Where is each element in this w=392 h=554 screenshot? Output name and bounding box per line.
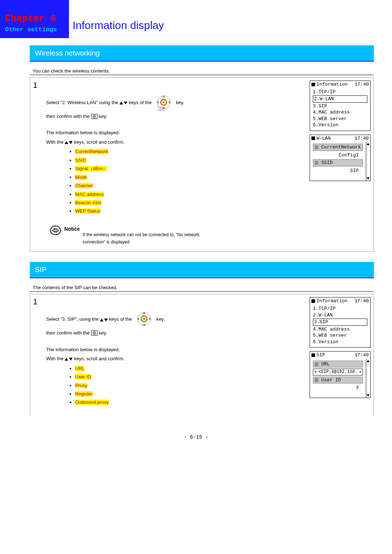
svg-marker-27: [149, 317, 151, 320]
sip-intro: The contents of the SIP can be checked.: [30, 285, 374, 292]
svg-marker-34: [367, 394, 369, 397]
lcd-row-value: SIP: [313, 168, 363, 174]
lcd-row-label: CurrentNetwork: [321, 144, 361, 151]
svg-marker-18: [367, 177, 369, 180]
scroll-down-icon: [366, 394, 370, 397]
svg-point-29: [93, 332, 96, 335]
wireless-intro: You can check the wireless contents.: [30, 68, 374, 75]
text: keys of the: [129, 100, 153, 105]
wireless-screens: Information17:40 1.TCP/IP 2.W-LAN 3.SIP …: [310, 78, 373, 251]
confirm-key-icon: [91, 114, 98, 119]
notice-icon: [50, 225, 61, 236]
lcd-time: 17:40: [355, 352, 369, 358]
svg-marker-26: [137, 317, 139, 320]
list-item: URL: [75, 366, 85, 371]
lcd-title: Information: [317, 82, 348, 87]
text: key.: [99, 330, 107, 336]
chapter-subtitle: Other settings: [5, 26, 64, 33]
joystick-icon: [135, 312, 154, 328]
svg-marker-14: [65, 141, 68, 144]
scroll-down-icon: [366, 177, 370, 180]
text: key.: [99, 114, 107, 119]
list-item: Outbound proxy: [75, 399, 109, 405]
sip-step: 1 Select "3. SIP", using the keys of the…: [30, 294, 374, 416]
wireless-step-body: Select "2. Wireless LAN" using the keys …: [42, 78, 310, 251]
list-item: Channel: [75, 183, 93, 188]
text: The information below is displayed.: [46, 346, 306, 353]
lcd-line: 4.MAC address: [313, 109, 367, 116]
lcd-time: 17:40: [355, 81, 369, 88]
svg-marker-25: [143, 324, 146, 326]
text: keys, scroll and confirm.: [74, 356, 124, 361]
lcd-title: SIP: [317, 352, 325, 358]
joystick-icon: [154, 95, 173, 111]
wireless-fields-list: CurrentNetwork SSID Signal（dBm） Mode Cha…: [46, 147, 306, 216]
text: With the: [46, 139, 65, 145]
lcd-row-value: 3: [313, 385, 363, 391]
lcd-title: Information: [317, 298, 348, 304]
list-item: SSID: [75, 157, 86, 163]
lcd-line: 5.WEB server: [313, 332, 367, 339]
lcd-time: 17:40: [355, 298, 369, 304]
svg-point-13: [94, 116, 95, 117]
svg-marker-5: [162, 95, 165, 97]
lcd-information: Information17:40 1.TCP/IP 2.W-LAN 3.SIP …: [310, 81, 371, 131]
text: Select "2. Wireless LAN" using the: [46, 100, 119, 105]
text: The information below is displayed.: [46, 129, 306, 136]
list-item: Register: [75, 391, 93, 397]
lcd-time: 17:40: [355, 135, 369, 142]
up-down-arrow-icon: [119, 101, 127, 105]
chapter-sidebar: Chapter 6 Other settings: [0, 0, 69, 38]
text: key,: [176, 100, 184, 105]
lcd-sip: SIP17:40 URL ◂ <SIP:4@192.168. ▸ User ID…: [310, 351, 371, 398]
lcd-row-label: URL: [321, 361, 330, 368]
lcd-line-selected: 2.W-LAN: [313, 95, 367, 103]
list-item: Signal（dBm）: [75, 166, 107, 171]
up-down-arrow-icon: [100, 318, 108, 322]
list-item: Beacon Intvl: [75, 200, 101, 205]
notice-text: If the wireless network can not be conne…: [83, 225, 213, 246]
up-down-arrow-icon: [65, 357, 73, 361]
chapter-number: Chapter 6: [5, 13, 64, 24]
svg-marker-7: [156, 101, 159, 104]
list-item: Proxy: [75, 383, 87, 388]
list-item: MAC address: [75, 192, 104, 197]
lcd-line: 2.W-LAN: [313, 312, 367, 319]
lcd-line: 1.TCP/IP: [313, 89, 367, 95]
svg-marker-8: [169, 101, 171, 104]
text: keys, scroll and confirm.: [74, 139, 124, 145]
lcd-line: 4.MAC address: [313, 326, 367, 333]
list-item: CurrentNetwork: [75, 149, 108, 154]
left-arrow-icon: ◂: [314, 369, 317, 375]
lcd-title: W-LAN: [317, 136, 331, 141]
sip-step-number: 1: [30, 294, 42, 416]
svg-marker-15: [69, 141, 73, 144]
svg-marker-20: [104, 319, 108, 321]
lcd-line: 1.TCP/IP: [313, 305, 367, 312]
lcd-line: 3.SIP: [313, 103, 367, 110]
text: then confirm with the: [46, 330, 91, 336]
svg-marker-17: [367, 143, 369, 145]
svg-point-10: [160, 108, 162, 110]
text: then confirm with the: [46, 114, 91, 119]
lcd-information: Information17:40 1.TCP/IP 2.W-LAN 3.SIP …: [310, 297, 371, 348]
svg-point-23: [143, 318, 145, 320]
section-sip-heading: SIP: [30, 262, 374, 278]
lcd-line: 6.Version: [313, 122, 367, 128]
lcd-row-label: SSID: [321, 160, 332, 166]
lcd-line: 5.WEB server: [313, 116, 367, 122]
svg-marker-0: [119, 102, 123, 104]
list-item: User ID: [75, 374, 91, 379]
svg-marker-19: [100, 319, 103, 321]
svg-point-30: [94, 332, 95, 334]
lcd-row-label: User ID: [321, 377, 341, 383]
sip-screens: Information17:40 1.TCP/IP 2.W-LAN 3.SIP …: [310, 294, 373, 416]
wireless-step-number: 1: [30, 78, 42, 251]
lcd-line-selected: 3.SIP: [313, 319, 367, 326]
section-wireless-heading: Wireless networking: [30, 45, 374, 62]
up-down-arrow-icon: [65, 140, 73, 145]
page-title: Information display: [69, 19, 164, 38]
sip-fields-list: URL User ID Proxy Register Outbound prox…: [46, 364, 306, 407]
svg-point-4: [163, 101, 165, 103]
notice-block: Notice If the wireless network can not b…: [46, 225, 306, 246]
